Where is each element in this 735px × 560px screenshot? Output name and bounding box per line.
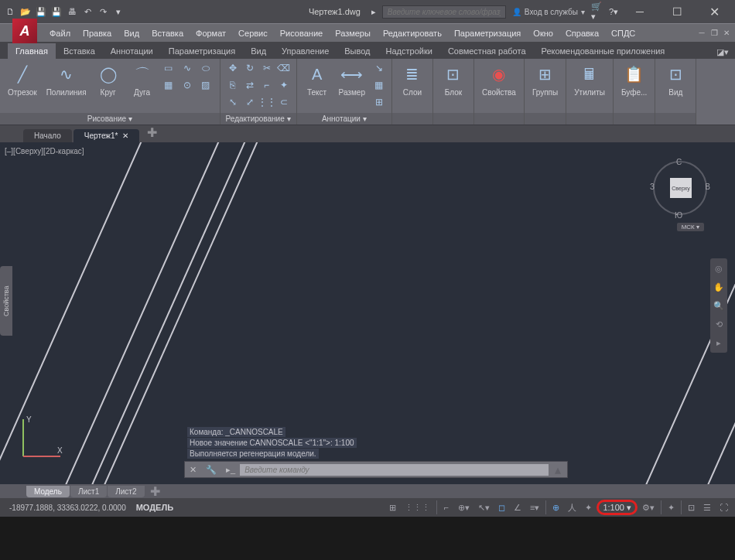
qat-redo-icon[interactable]: ↷ bbox=[96, 5, 110, 19]
steering-wheel-icon[interactable]: ◎ bbox=[712, 261, 726, 275]
qat-open-icon[interactable]: 📂 bbox=[19, 5, 32, 19]
copy-icon[interactable]: ⎘ bbox=[225, 77, 241, 93]
hatch-icon[interactable]: ▦ bbox=[161, 77, 176, 93]
menu-file[interactable]: Файл bbox=[43, 26, 77, 41]
tab-collab[interactable]: Совместная работа bbox=[440, 43, 534, 59]
gear-icon[interactable]: ⚙▾ bbox=[638, 500, 658, 515]
viewcube-top[interactable]: Сверху bbox=[670, 178, 692, 198]
coordinates[interactable]: -18977.1888, 33363.0222, 0.0000 bbox=[3, 504, 132, 512]
panel-draw-title[interactable]: Рисование ▾ bbox=[0, 113, 220, 125]
mtext-icon[interactable]: ⊞ bbox=[371, 94, 387, 110]
text-button[interactable]: AТекст bbox=[302, 60, 333, 98]
menu-format[interactable]: Формат bbox=[190, 26, 232, 41]
wcs-label[interactable]: МСК ▾ bbox=[677, 223, 704, 231]
annoscale-icon[interactable]: ✦ bbox=[581, 500, 596, 515]
scale-icon[interactable]: ⤢ bbox=[242, 94, 258, 110]
tab-view[interactable]: Вид bbox=[243, 43, 274, 59]
panel-modify-title[interactable]: Редактирование ▾ bbox=[220, 113, 296, 125]
tab-manage[interactable]: Управление bbox=[274, 43, 337, 59]
stretch-icon[interactable]: ⤡ bbox=[225, 94, 241, 110]
osnap-icon[interactable]: ◻ bbox=[494, 500, 509, 515]
close-button[interactable]: ✕ bbox=[696, 0, 732, 23]
search-toggle-icon[interactable]: ▸ bbox=[367, 5, 381, 19]
command-input[interactable] bbox=[240, 464, 549, 476]
tab-home[interactable]: Главная bbox=[8, 43, 56, 59]
panel-annotation-title[interactable]: Аннотации ▾ bbox=[297, 113, 391, 125]
properties-palette[interactable]: Свойства bbox=[0, 266, 12, 336]
annomonitor-icon[interactable]: ⊕ bbox=[549, 500, 563, 515]
cmdline-history-icon[interactable]: ▴ bbox=[549, 463, 567, 477]
arc-button[interactable]: ⌒Дуга bbox=[127, 60, 158, 98]
fullscreen-icon[interactable]: ⛶ bbox=[716, 500, 732, 515]
customize-icon[interactable]: ☰ bbox=[699, 500, 715, 515]
tab-addins[interactable]: Надстройки bbox=[378, 43, 440, 59]
cleanscreen-icon[interactable]: ⊡ bbox=[684, 500, 699, 515]
trim-icon[interactable]: ✂ bbox=[259, 60, 275, 76]
qat-save-icon[interactable]: 💾 bbox=[34, 5, 48, 19]
tab-insert[interactable]: Вставка bbox=[56, 43, 103, 59]
menu-modify[interactable]: Редактировать bbox=[377, 26, 448, 41]
mirror-icon[interactable]: ⇄ bbox=[242, 77, 258, 93]
menu-spds[interactable]: СПДС bbox=[605, 26, 641, 41]
menu-help[interactable]: Справка bbox=[559, 26, 605, 41]
tab-parametric[interactable]: Параметризация bbox=[161, 43, 243, 59]
otrack-icon[interactable]: ∠ bbox=[510, 500, 525, 515]
circle-button[interactable]: ◯Круг bbox=[93, 60, 124, 98]
offset-icon[interactable]: ⊂ bbox=[276, 94, 292, 110]
tab-output[interactable]: Вывод bbox=[337, 43, 378, 59]
layers-button[interactable]: ≣Слои bbox=[397, 60, 428, 98]
qat-print-icon[interactable]: 🖶 bbox=[65, 5, 79, 19]
rotate-icon[interactable]: ↻ bbox=[242, 60, 258, 76]
qat-saveas-icon[interactable]: 💾 bbox=[50, 5, 63, 19]
mdi-minimize-icon[interactable]: ─ bbox=[696, 28, 707, 39]
filetab-start[interactable]: Начало bbox=[23, 129, 72, 142]
point-icon[interactable]: ⊙ bbox=[179, 77, 195, 93]
menu-service[interactable]: Сервис bbox=[232, 26, 274, 41]
cmdline-custom-icon[interactable]: 🔧 bbox=[201, 465, 221, 475]
mdi-restore-icon[interactable]: ❐ bbox=[709, 28, 720, 39]
explode-icon[interactable]: ✦ bbox=[276, 77, 292, 93]
clipboard-button[interactable]: 📋Буфе... bbox=[618, 60, 650, 98]
ortho-icon[interactable]: ⌐ bbox=[439, 500, 453, 515]
app-logo[interactable]: A bbox=[12, 19, 37, 43]
qat-undo-icon[interactable]: ↶ bbox=[80, 5, 94, 19]
dimension-button[interactable]: ⟷Размер bbox=[336, 60, 368, 98]
model-button[interactable]: МОДЕЛЬ bbox=[132, 500, 177, 515]
maximize-button[interactable]: ☐ bbox=[659, 0, 695, 23]
polar-icon[interactable]: ⊕▾ bbox=[454, 500, 473, 515]
filetab-add[interactable]: ✚ bbox=[141, 123, 163, 142]
drawing-canvas[interactable]: [–][Сверху][2D-каркас] Свойства Сверху С… bbox=[0, 142, 735, 484]
autoscale-icon[interactable]: 人 bbox=[564, 500, 580, 515]
layouttab-layout2[interactable]: Лист2 bbox=[108, 486, 144, 497]
qat-more-icon[interactable]: ▾ bbox=[111, 5, 125, 19]
layouttab-model[interactable]: Модель bbox=[26, 486, 70, 497]
ribbon-expand-icon[interactable]: ◪▾ bbox=[710, 46, 735, 59]
cmdline-close-icon[interactable]: ✕ bbox=[185, 465, 201, 475]
showmotion-icon[interactable]: ▸ bbox=[712, 336, 726, 350]
spline-icon[interactable]: ∿ bbox=[179, 60, 195, 76]
line-button[interactable]: ╱Отрезок bbox=[5, 60, 40, 98]
table-icon[interactable]: ▦ bbox=[371, 77, 387, 93]
polyline-button[interactable]: ∿Полилиния bbox=[43, 60, 90, 98]
region-icon[interactable]: ▨ bbox=[198, 77, 214, 93]
menu-parametric[interactable]: Параметризация bbox=[448, 26, 527, 41]
menu-window[interactable]: Окно bbox=[527, 26, 559, 41]
utilities-button[interactable]: 🖩Утилиты bbox=[571, 60, 608, 98]
pan-icon[interactable]: ✋ bbox=[712, 280, 726, 294]
mdi-close-icon[interactable]: ✕ bbox=[721, 28, 732, 39]
menu-view[interactable]: Вид bbox=[118, 26, 145, 41]
login-button[interactable]: 👤 Вход в службы▾ bbox=[508, 8, 590, 16]
menu-draw[interactable]: Рисование bbox=[274, 26, 329, 41]
layouttab-add[interactable]: ✚ bbox=[145, 483, 165, 500]
rect-icon[interactable]: ▭ bbox=[161, 60, 176, 76]
menu-dimensions[interactable]: Размеры bbox=[329, 26, 377, 41]
grid-icon[interactable]: ⊞ bbox=[385, 500, 400, 515]
properties-button[interactable]: ◉Свойства bbox=[479, 60, 519, 98]
array-icon[interactable]: ⋮⋮ bbox=[259, 94, 275, 110]
search-input[interactable] bbox=[382, 5, 506, 19]
workspace-icon[interactable]: ✦ bbox=[664, 500, 679, 515]
scale-button[interactable]: 1:100 ▾ bbox=[597, 500, 638, 515]
view-button[interactable]: ⊡Вид bbox=[660, 60, 691, 98]
block-button[interactable]: ⊡Блок bbox=[438, 60, 469, 98]
tab-featured[interactable]: Рекомендованные приложения bbox=[534, 43, 673, 59]
